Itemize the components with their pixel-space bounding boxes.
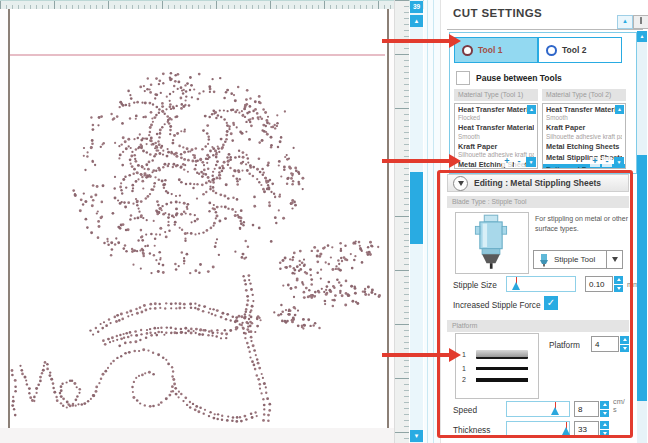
material-item[interactable]: Kraft PaperSilhouette adhesive kraft pap xyxy=(543,122,625,140)
stipple-tool-image-box xyxy=(455,212,529,274)
list-scroll-up-icon[interactable]: ▲ xyxy=(527,105,536,114)
scroll-down-button[interactable]: ▼ xyxy=(410,430,423,442)
panel-scrollbar[interactable]: ▲ xyxy=(637,31,647,443)
tool2-radio-icon xyxy=(546,45,557,56)
editing-header-label: Editing : Metal Stippling Sheets xyxy=(474,178,601,188)
speed-unit: cm/s xyxy=(613,398,626,414)
material-list-tool2[interactable]: ▲ + - ▼ Heat Transfer MaterialSmoothKraf… xyxy=(542,103,626,169)
thickness-label: Thickness xyxy=(453,425,490,435)
stipple-tool-dropdown[interactable]: Stipple Tool xyxy=(533,250,623,269)
pause-label: Pause between Tools xyxy=(476,73,562,83)
canvas-scrollbar[interactable]: 39 ▲ ▼ xyxy=(410,0,423,443)
platform-label: Platform xyxy=(549,340,580,350)
splitter-line xyxy=(427,0,428,443)
speed-slider[interactable] xyxy=(506,401,570,417)
speed-stepper[interactable] xyxy=(600,401,609,417)
checkmark-icon: ✓ xyxy=(547,297,555,308)
platform-row: 1 xyxy=(462,365,528,372)
platform-input[interactable]: 4 xyxy=(591,336,619,352)
canvas-workspace[interactable] xyxy=(0,0,394,443)
material-item[interactable]: Heat Transfer MaterialFlocked xyxy=(455,104,537,122)
slider-handle-icon xyxy=(551,407,559,415)
stipple-size-input[interactable]: 0.10 xyxy=(585,276,613,292)
panel-divider xyxy=(447,29,643,30)
platform-bar-icon xyxy=(476,378,528,382)
material-header-tool1: Material Type (Tool 1) xyxy=(454,89,538,101)
platform-bar-icon xyxy=(476,367,528,370)
stepper-down-icon[interactable] xyxy=(600,410,609,418)
scroll-up-button[interactable]: ▲ xyxy=(410,15,423,27)
tool-description: For stippling on metal or other surface … xyxy=(535,214,631,234)
platform-stepper[interactable] xyxy=(620,336,629,352)
dropdown-arrow-button[interactable] xyxy=(606,251,622,268)
stepper-down-icon[interactable] xyxy=(620,345,629,353)
splitter-line xyxy=(433,0,434,443)
stepper-down-icon[interactable] xyxy=(600,430,609,438)
remove-material-button[interactable]: - xyxy=(602,157,612,167)
material-item[interactable]: Heat Transfer MaterialSmooth xyxy=(543,104,625,122)
chevron-down-icon xyxy=(612,257,618,262)
panel-pin-button[interactable] xyxy=(633,15,648,29)
platform-row: 1 xyxy=(462,350,528,359)
panel-scroll-up-button[interactable]: ▲ xyxy=(637,31,647,42)
stipple-size-slider[interactable] xyxy=(506,276,576,292)
material-list-tool1[interactable]: ▲ + - ▼ Heat Transfer MaterialFlockedHea… xyxy=(454,103,538,169)
thickness-slider[interactable] xyxy=(506,421,570,437)
scrollbar-thumb[interactable] xyxy=(410,172,423,244)
workspace-bottom-strip xyxy=(0,428,394,443)
chevron-down-icon xyxy=(458,181,464,186)
speed-label: Speed xyxy=(453,405,477,415)
tools-box: Tool 1 Tool 2 Pause between Tools Materi… xyxy=(449,32,637,174)
page-area xyxy=(8,0,389,430)
speed-input[interactable]: 8 xyxy=(574,401,599,417)
increased-force-label: Increased Stipple Force xyxy=(453,300,541,310)
vertical-ruler xyxy=(394,0,409,443)
add-material-button[interactable]: + xyxy=(590,157,600,167)
cut-boundary-line xyxy=(10,54,385,56)
stipple-tool-illustration xyxy=(456,213,526,271)
tool2-label: Tool 2 xyxy=(562,45,586,55)
tab-tool-1[interactable]: Tool 1 xyxy=(454,37,538,63)
remove-material-button[interactable]: - xyxy=(514,157,524,167)
lock-icon xyxy=(640,18,642,24)
list-scroll-down-icon[interactable]: ▼ xyxy=(614,157,624,167)
pause-between-tools-row: Pause between Tools xyxy=(456,71,562,85)
add-material-button[interactable]: + xyxy=(502,157,512,167)
panel-collapse-button[interactable]: ▲ xyxy=(617,15,633,29)
platform-diagram-box: 112 xyxy=(455,333,539,399)
blade-type-header: Blade Type : Stipple Tool xyxy=(447,196,629,208)
platform-section-header: Platform xyxy=(447,320,629,332)
stepper-up-icon[interactable] xyxy=(620,336,629,344)
stepper-up-icon[interactable] xyxy=(614,276,623,284)
list-scroll-up-icon[interactable]: ▲ xyxy=(615,105,624,114)
panel-scrollbar-thumb[interactable] xyxy=(637,155,647,401)
triangle-up-icon: ▲ xyxy=(622,18,628,24)
increased-force-checkbox[interactable]: ✓ xyxy=(544,296,558,310)
stipple-size-label: Stipple Size xyxy=(453,280,497,290)
list-scroll-down-icon[interactable]: ▼ xyxy=(526,157,536,167)
platform-row: 2 xyxy=(462,376,528,383)
collapse-section-button[interactable] xyxy=(453,176,468,191)
tool1-label: Tool 1 xyxy=(478,45,502,55)
thickness-stepper[interactable] xyxy=(600,421,609,437)
thickness-input[interactable]: 33 xyxy=(574,421,599,437)
stipple-tool-icon xyxy=(536,253,552,267)
stepper-down-icon[interactable] xyxy=(614,285,623,293)
material-item[interactable]: Heat Transfer MaterialSmooth xyxy=(455,122,537,140)
panel-title: CUT SETTINGS xyxy=(453,7,542,19)
editing-section-header[interactable]: Editing : Metal Stippling Sheets xyxy=(447,174,629,192)
stepper-up-icon[interactable] xyxy=(600,401,609,409)
material-item[interactable]: Metal Etching Sheets xyxy=(543,141,625,152)
horizontal-ruler xyxy=(0,0,424,9)
cut-settings-panel: CUT SETTINGS ▲ Tool 1 Tool 2 Pause betwe… xyxy=(440,0,648,443)
platform-bar-icon xyxy=(476,350,528,359)
material-header-tool2: Material Type (Tool 2) xyxy=(542,89,626,101)
scroll-badge: 39 xyxy=(410,1,423,13)
stepper-up-icon[interactable] xyxy=(600,421,609,429)
panel-splitter[interactable] xyxy=(424,0,440,443)
pause-checkbox[interactable] xyxy=(456,71,470,85)
tool1-radio-icon xyxy=(462,45,473,56)
slider-handle-icon xyxy=(562,427,570,435)
tab-tool-2[interactable]: Tool 2 xyxy=(538,37,622,63)
stipple-size-stepper[interactable] xyxy=(614,276,623,292)
